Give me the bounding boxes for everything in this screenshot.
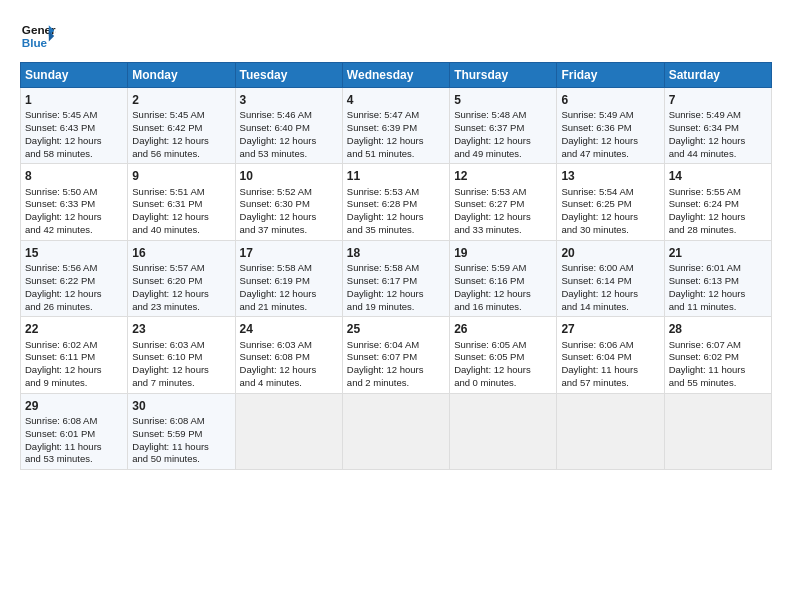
day-info-line: and 28 minutes. <box>669 224 767 237</box>
day-info-line: Sunset: 6:13 PM <box>669 275 767 288</box>
day-info-line: Sunrise: 5:46 AM <box>240 109 338 122</box>
day-number: 30 <box>132 398 230 414</box>
calendar-cell: 11Sunrise: 5:53 AMSunset: 6:28 PMDayligh… <box>342 164 449 240</box>
day-info-line: and 44 minutes. <box>669 148 767 161</box>
day-info-line: and 11 minutes. <box>669 301 767 314</box>
day-number: 14 <box>669 168 767 184</box>
day-info-line: Daylight: 12 hours <box>240 135 338 148</box>
day-info-line: and 26 minutes. <box>25 301 123 314</box>
day-info-line: Daylight: 12 hours <box>454 364 552 377</box>
day-info-line: Sunrise: 5:49 AM <box>669 109 767 122</box>
day-info-line: Sunset: 6:36 PM <box>561 122 659 135</box>
day-info-line: Sunrise: 5:50 AM <box>25 186 123 199</box>
day-number: 29 <box>25 398 123 414</box>
calendar-cell <box>342 393 449 469</box>
calendar-cell: 29Sunrise: 6:08 AMSunset: 6:01 PMDayligh… <box>21 393 128 469</box>
day-info-line: Sunrise: 5:56 AM <box>25 262 123 275</box>
weekday-header: Monday <box>128 63 235 88</box>
day-info-line: Sunset: 6:40 PM <box>240 122 338 135</box>
day-info-line: and 7 minutes. <box>132 377 230 390</box>
day-info-line: and 57 minutes. <box>561 377 659 390</box>
calendar-cell: 26Sunrise: 6:05 AMSunset: 6:05 PMDayligh… <box>450 317 557 393</box>
day-info-line: Sunrise: 6:03 AM <box>240 339 338 352</box>
day-info-line: Daylight: 12 hours <box>132 135 230 148</box>
day-info-line: Sunset: 6:02 PM <box>669 351 767 364</box>
weekday-header: Tuesday <box>235 63 342 88</box>
day-info-line: Sunset: 6:14 PM <box>561 275 659 288</box>
day-info-line: Daylight: 11 hours <box>669 364 767 377</box>
day-info-line: Sunset: 6:25 PM <box>561 198 659 211</box>
calendar-cell: 8Sunrise: 5:50 AMSunset: 6:33 PMDaylight… <box>21 164 128 240</box>
day-info-line: Daylight: 12 hours <box>669 288 767 301</box>
day-info-line: Daylight: 12 hours <box>240 364 338 377</box>
day-info-line: Sunset: 6:33 PM <box>25 198 123 211</box>
day-info-line: Sunset: 6:37 PM <box>454 122 552 135</box>
day-info-line: Sunrise: 6:08 AM <box>25 415 123 428</box>
day-number: 24 <box>240 321 338 337</box>
day-info-line: and 35 minutes. <box>347 224 445 237</box>
weekday-header: Wednesday <box>342 63 449 88</box>
calendar-cell <box>450 393 557 469</box>
weekday-header: Saturday <box>664 63 771 88</box>
day-info-line: Sunset: 6:20 PM <box>132 275 230 288</box>
day-number: 21 <box>669 245 767 261</box>
calendar-cell: 17Sunrise: 5:58 AMSunset: 6:19 PMDayligh… <box>235 240 342 316</box>
calendar-cell: 25Sunrise: 6:04 AMSunset: 6:07 PMDayligh… <box>342 317 449 393</box>
day-number: 4 <box>347 92 445 108</box>
day-number: 26 <box>454 321 552 337</box>
day-info-line: Sunrise: 5:49 AM <box>561 109 659 122</box>
calendar-cell: 5Sunrise: 5:48 AMSunset: 6:37 PMDaylight… <box>450 88 557 164</box>
day-number: 23 <box>132 321 230 337</box>
day-info-line: Sunrise: 5:53 AM <box>454 186 552 199</box>
day-info-line: and 42 minutes. <box>25 224 123 237</box>
day-info-line: Sunrise: 5:54 AM <box>561 186 659 199</box>
day-info-line: and 50 minutes. <box>132 453 230 466</box>
day-info-line: Daylight: 12 hours <box>132 364 230 377</box>
calendar-cell: 10Sunrise: 5:52 AMSunset: 6:30 PMDayligh… <box>235 164 342 240</box>
calendar-cell: 9Sunrise: 5:51 AMSunset: 6:31 PMDaylight… <box>128 164 235 240</box>
day-info-line: Sunset: 6:17 PM <box>347 275 445 288</box>
day-info-line: Sunrise: 5:55 AM <box>669 186 767 199</box>
day-info-line: Sunset: 6:30 PM <box>240 198 338 211</box>
day-number: 9 <box>132 168 230 184</box>
day-number: 7 <box>669 92 767 108</box>
day-info-line: and 23 minutes. <box>132 301 230 314</box>
day-info-line: Sunrise: 5:59 AM <box>454 262 552 275</box>
day-number: 3 <box>240 92 338 108</box>
calendar-cell: 27Sunrise: 6:06 AMSunset: 6:04 PMDayligh… <box>557 317 664 393</box>
day-info-line: and 21 minutes. <box>240 301 338 314</box>
day-info-line: Daylight: 12 hours <box>561 211 659 224</box>
day-info-line: Daylight: 12 hours <box>25 135 123 148</box>
day-info-line: Sunset: 6:28 PM <box>347 198 445 211</box>
day-info-line: Daylight: 12 hours <box>240 211 338 224</box>
day-info-line: and 4 minutes. <box>240 377 338 390</box>
calendar-cell <box>557 393 664 469</box>
day-info-line: Sunrise: 6:03 AM <box>132 339 230 352</box>
calendar-cell: 21Sunrise: 6:01 AMSunset: 6:13 PMDayligh… <box>664 240 771 316</box>
day-info-line: Sunset: 6:11 PM <box>25 351 123 364</box>
day-info-line: and 37 minutes. <box>240 224 338 237</box>
header-row: General Blue <box>20 18 772 54</box>
day-info-line: Daylight: 11 hours <box>25 441 123 454</box>
day-number: 20 <box>561 245 659 261</box>
day-info-line: and 51 minutes. <box>347 148 445 161</box>
calendar-cell: 13Sunrise: 5:54 AMSunset: 6:25 PMDayligh… <box>557 164 664 240</box>
weekday-header: Thursday <box>450 63 557 88</box>
day-number: 19 <box>454 245 552 261</box>
calendar-cell: 1Sunrise: 5:45 AMSunset: 6:43 PMDaylight… <box>21 88 128 164</box>
day-info-line: Sunrise: 6:05 AM <box>454 339 552 352</box>
day-number: 18 <box>347 245 445 261</box>
calendar-cell: 28Sunrise: 6:07 AMSunset: 6:02 PMDayligh… <box>664 317 771 393</box>
day-info-line: Sunrise: 6:04 AM <box>347 339 445 352</box>
day-number: 8 <box>25 168 123 184</box>
day-info-line: Daylight: 12 hours <box>669 211 767 224</box>
day-info-line: Sunrise: 5:47 AM <box>347 109 445 122</box>
day-info-line: and 55 minutes. <box>669 377 767 390</box>
day-info-line: Sunset: 6:08 PM <box>240 351 338 364</box>
weekday-header: Sunday <box>21 63 128 88</box>
day-number: 11 <box>347 168 445 184</box>
day-info-line: and 47 minutes. <box>561 148 659 161</box>
day-info-line: Sunrise: 5:51 AM <box>132 186 230 199</box>
day-number: 12 <box>454 168 552 184</box>
calendar-cell: 15Sunrise: 5:56 AMSunset: 6:22 PMDayligh… <box>21 240 128 316</box>
